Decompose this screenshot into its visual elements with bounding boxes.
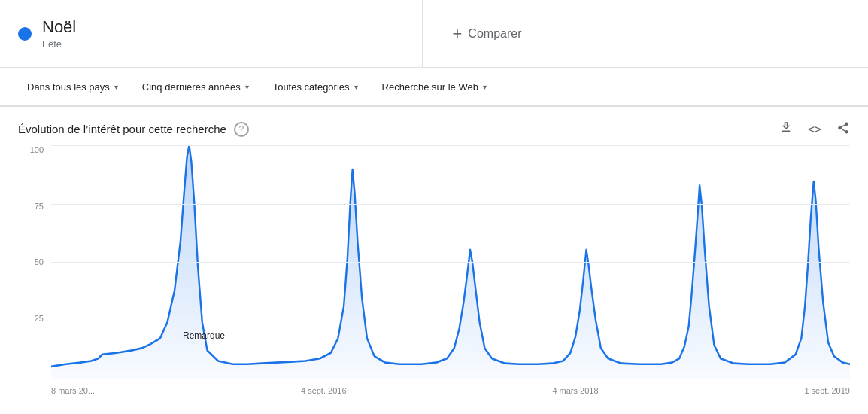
- chart-area: Remarque: [51, 145, 850, 379]
- topic-subtitle: Fête: [42, 38, 76, 50]
- filter-search-type-label: Recherche sur le Web: [382, 81, 478, 93]
- download-icon[interactable]: [779, 120, 793, 138]
- compare-label: Comparer: [468, 27, 521, 41]
- topic-text: Noël Fête: [42, 17, 76, 50]
- topic-title: Noël: [42, 17, 76, 37]
- y-axis: 100 75 50 25: [18, 145, 48, 379]
- filter-period-label: Cinq dernières années: [142, 81, 241, 93]
- grid-lines: [51, 145, 850, 379]
- help-icon[interactable]: ?: [234, 122, 249, 137]
- y-label-50: 50: [35, 257, 44, 266]
- topic-info: Noël Fête: [0, 0, 423, 67]
- y-label-100: 100: [30, 145, 44, 154]
- chevron-down-icon: ▾: [483, 83, 487, 91]
- share-icon[interactable]: [836, 121, 850, 138]
- plus-icon: +: [453, 26, 463, 42]
- compare-section: + Comparer: [423, 0, 869, 67]
- filter-period[interactable]: Cinq dernières années ▾: [133, 77, 258, 97]
- header: Noël Fête + Comparer: [0, 0, 868, 68]
- x-label-1: 4 sept. 2016: [301, 386, 347, 395]
- y-label-75: 75: [35, 202, 44, 211]
- chart-header: Évolution de l’intérêt pour cette recher…: [18, 120, 850, 138]
- chevron-down-icon: ▾: [245, 83, 249, 91]
- compare-button[interactable]: + Comparer: [453, 26, 522, 42]
- embed-icon[interactable]: <>: [808, 123, 821, 136]
- y-label-25: 25: [35, 314, 44, 323]
- filter-category-label: Toutes catégories: [273, 81, 350, 93]
- chart-actions: <>: [779, 120, 850, 138]
- filter-bar: Dans tous les pays ▾ Cinq dernières anné…: [0, 68, 868, 107]
- filter-country-label: Dans tous les pays: [27, 81, 110, 93]
- grid-line-75: [51, 204, 850, 205]
- x-label-3: 1 sept. 2019: [804, 386, 850, 395]
- x-label-2: 4 mars 2018: [552, 386, 598, 395]
- grid-line-50: [51, 262, 850, 263]
- filter-search-type[interactable]: Recherche sur le Web ▾: [373, 77, 496, 97]
- remarque-label: Remarque: [183, 330, 225, 341]
- chart-title: Évolution de l’intérêt pour cette recher…: [18, 123, 226, 135]
- chart-wrap: 100 75 50 25: [18, 145, 850, 401]
- chevron-down-icon: ▾: [114, 83, 118, 91]
- grid-line-25: [51, 321, 850, 321]
- x-label-0: 8 mars 20...: [51, 386, 95, 395]
- chart-section: Évolution de l’intérêt pour cette recher…: [0, 107, 868, 401]
- chart-title-area: Évolution de l’intérêt pour cette recher…: [18, 122, 249, 137]
- x-axis: 8 mars 20... 4 sept. 2016 4 mars 2018 1 …: [51, 380, 850, 401]
- topic-dot: [18, 27, 32, 41]
- chevron-down-icon: ▾: [354, 83, 358, 91]
- grid-line-0: [51, 379, 850, 379]
- filter-category[interactable]: Toutes catégories ▾: [264, 77, 367, 97]
- grid-line-100: [51, 145, 850, 146]
- y-label-0: [41, 370, 44, 379]
- filter-country[interactable]: Dans tous les pays ▾: [18, 77, 127, 97]
